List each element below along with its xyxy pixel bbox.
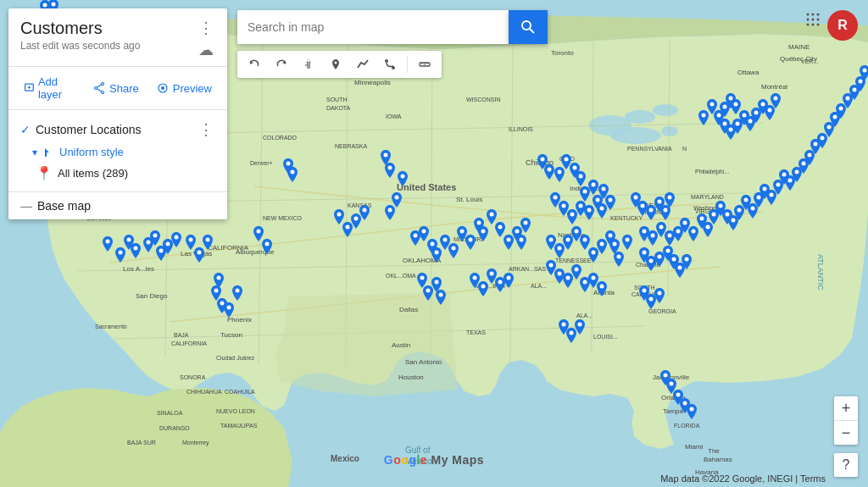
svg-text:United States: United States [397, 182, 456, 192]
svg-text:San Antonio: San Antonio [405, 358, 442, 366]
svg-line-281 [530, 29, 534, 33]
sidebar-title: Customers [20, 19, 197, 38]
svg-point-296 [812, 19, 815, 21]
svg-text:KENTUCKY: KENTUCKY [610, 215, 643, 221]
svg-text:SONORA: SONORA [180, 374, 206, 380]
basemap-label: Base map [37, 199, 91, 213]
layer-more-icon[interactable]: ⋮ [197, 120, 215, 139]
help-button[interactable]: ? [834, 453, 858, 477]
logo-o2: o [401, 453, 409, 467]
pan-tool-button[interactable] [297, 53, 320, 76]
basemap-dash-icon: — [20, 199, 32, 213]
customer-locations-left: ✓ Customer Locations [20, 123, 142, 136]
svg-text:Dallas: Dallas [399, 306, 418, 313]
svg-text:Tucson: Tucson [220, 331, 242, 339]
layer-checkbox[interactable]: ✓ [20, 123, 31, 136]
google-apps-icon[interactable] [805, 12, 821, 31]
svg-point-292 [807, 14, 810, 16]
uniform-style-label[interactable]: Uniform style [59, 146, 124, 158]
svg-text:ATLANTIC: ATLANTIC [816, 254, 825, 291]
svg-line-277 [97, 89, 102, 91]
svg-point-280 [522, 21, 531, 30]
ruler-tool-button[interactable] [413, 53, 437, 76]
expand-arrow-icon: ▾ [32, 147, 37, 158]
preview-label: Preview [173, 82, 212, 95]
more-options-icon[interactable]: ⋮ [197, 19, 215, 37]
svg-text:CHIHUAHUA: CHIHUAHUA [186, 389, 222, 395]
share-icon [92, 81, 106, 95]
svg-text:ALA...: ALA... [576, 313, 593, 318]
svg-text:OKL...OMA: OKL...OMA [386, 273, 416, 279]
svg-text:ILLINOIS: ILLINOIS [509, 126, 533, 132]
svg-text:CAROLINA: CAROLINA [632, 291, 662, 297]
zoom-out-button[interactable]: − [834, 421, 858, 445]
customer-locations-row: ✓ Customer Locations ⋮ [8, 117, 227, 142]
svg-text:DAKOTA: DAKOTA [326, 105, 351, 111]
cloud-save-icon[interactable]: ☁ [197, 41, 215, 59]
undo-button[interactable] [242, 53, 266, 76]
logo-my-maps: My Maps [431, 453, 485, 467]
svg-text:Los A...les: Los A...les [123, 265, 154, 273]
marker-tool-button[interactable] [324, 53, 348, 76]
svg-text:IOWA: IOWA [386, 113, 402, 119]
logo-e: e [420, 453, 427, 467]
svg-text:NEBRASKA: NEBRASKA [335, 143, 367, 149]
svg-text:St. Louis: St. Louis [456, 196, 482, 203]
svg-text:Philadelphi...: Philadelphi... [695, 169, 729, 175]
svg-text:TAMAULIPAS: TAMAULIPAS [220, 423, 258, 429]
svg-text:Phoenix: Phoenix [227, 316, 252, 324]
svg-text:SOUTH: SOUTH [634, 285, 655, 291]
zoom-in-button[interactable]: + [834, 396, 858, 420]
svg-text:Chicago: Chicago [526, 158, 554, 167]
svg-point-5 [610, 127, 661, 144]
svg-point-285 [335, 62, 337, 64]
sidebar-panel: Customers Last edit was seconds ago ⋮ ☁ … [8, 8, 227, 219]
logo-g: G [384, 453, 393, 467]
svg-text:Jacksonville: Jacksonville [653, 374, 690, 381]
preview-button[interactable]: Preview [153, 80, 215, 97]
svg-text:OKLAHOMA: OKLAHOMA [403, 257, 442, 264]
svg-text:PENNSYLVANIA: PENNSYLVANIA [627, 146, 672, 152]
redo-button[interactable] [270, 53, 293, 76]
svg-text:DURANGO: DURANGO [159, 425, 190, 431]
svg-point-1 [237, 390, 610, 487]
svg-text:SINALOA: SINALOA [157, 410, 183, 416]
svg-text:WEST: WEST [644, 202, 662, 208]
map-tools-toolbar [237, 51, 442, 78]
svg-point-300 [817, 24, 820, 26]
svg-text:MIS...IPPI: MIS...IPPI [475, 282, 505, 290]
svg-point-299 [812, 24, 815, 26]
google-my-maps-logo: Google My Maps [384, 453, 484, 467]
user-avatar[interactable]: R [827, 10, 858, 41]
svg-text:Houston: Houston [398, 374, 424, 381]
svg-text:San Diego: San Diego [136, 292, 168, 300]
add-layer-button[interactable]: Add layer [20, 74, 79, 102]
svg-point-6 [661, 126, 678, 136]
search-button[interactable] [509, 10, 548, 44]
svg-text:Bahamas: Bahamas [704, 456, 732, 463]
svg-text:GEORGIA: GEORGIA [648, 308, 676, 314]
line-tool-button[interactable] [351, 53, 375, 76]
svg-text:Sacramento: Sacramento [95, 324, 127, 329]
svg-text:Nashville: Nashville [558, 231, 586, 239]
svg-text:Atlanta: Atlanta [593, 289, 615, 296]
pin-icon: 📍 [36, 165, 53, 181]
basemap-row[interactable]: — Base map [8, 191, 227, 219]
share-button[interactable]: Share [89, 80, 142, 97]
svg-text:NEW MEXICO: NEW MEXICO [263, 215, 302, 221]
uniform-style-row[interactable]: ▾ Uniform style [8, 142, 227, 162]
all-items-row[interactable]: 📍 All items (289) [8, 162, 227, 185]
svg-text:KANSAS: KANSAS [348, 202, 372, 208]
preview-icon [156, 81, 170, 95]
svg-text:Albuquerque: Albuquerque [236, 248, 275, 256]
last-edit-label: Last edit was seconds ago [20, 40, 197, 52]
svg-point-273 [102, 83, 104, 86]
svg-rect-284 [307, 62, 310, 69]
sidebar-toolbar: Add layer Share Preview [8, 67, 227, 110]
route-tool-button[interactable] [378, 53, 402, 76]
svg-point-298 [807, 24, 810, 26]
search-input[interactable] [237, 10, 509, 44]
svg-text:Charlotte: Charlotte [636, 262, 660, 268]
svg-text:Minneapolis: Minneapolis [354, 79, 391, 86]
layer-name-label: Customer Locations [36, 123, 142, 136]
